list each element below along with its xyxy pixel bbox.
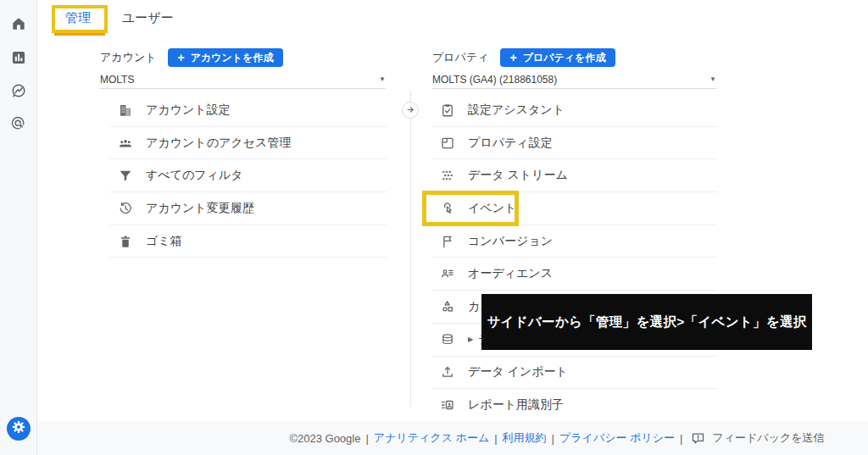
footer-link-analytics-home[interactable]: アナリティクス ホーム: [374, 430, 489, 446]
history-icon: [118, 201, 133, 216]
gear-icon: [10, 419, 27, 439]
menu-item-label: アカウントのアクセス管理: [146, 136, 291, 151]
left-nav-rail: [0, 0, 37, 455]
account-selector-value: MOLTS: [100, 74, 134, 86]
menu-item-label: コンバージョン: [468, 234, 553, 249]
database-icon: [440, 332, 455, 347]
create-account-button-label: アカウントを作成: [191, 51, 274, 65]
audience-icon: [440, 266, 455, 281]
account-label: アカウント: [100, 50, 157, 65]
footer-link-privacy[interactable]: プライバシー ポリシー: [559, 430, 675, 446]
menu-item-label: アカウント変更履歴: [146, 201, 254, 216]
plus-icon: +: [178, 51, 185, 64]
trash-icon: [118, 234, 133, 249]
menu-item-label: アカウント設定: [146, 103, 231, 118]
menu-item-label: すべてのフィルタ: [146, 168, 243, 183]
property-selector-value: MOLTS (GA4) (218861058): [432, 74, 557, 86]
menu-item-label: ゴミ箱: [146, 234, 182, 249]
footer-feedback-label[interactable]: フィードバックを送信: [712, 430, 824, 446]
menu-item-label: 設定アシスタント: [468, 103, 565, 118]
create-account-button[interactable]: + アカウントを作成: [168, 48, 284, 67]
annotation-highlight-events: [422, 191, 519, 226]
ga-admin-page: 管理 ユーザー アカウント + アカウントを作成 MOLTS ▼ プロパティ +…: [0, 0, 868, 455]
shapes-icon: [440, 299, 455, 314]
menu-item-label: データ ストリーム: [468, 168, 568, 183]
plus-icon: +: [510, 51, 517, 64]
menu-item-label: プロパティ設定: [468, 136, 553, 151]
move-property-button[interactable]: [402, 102, 419, 119]
upload-icon: [440, 364, 455, 380]
create-property-button[interactable]: + プロパティを作成: [500, 48, 616, 67]
footer: ©2023 Google | アナリティクス ホーム | 利用規約 | プライバ…: [37, 421, 868, 455]
property-header: プロパティ + プロパティを作成: [432, 47, 615, 68]
menu-item-account-access[interactable]: アカウントのアクセス管理: [110, 127, 387, 160]
menu-item-account-settings[interactable]: アカウント設定: [110, 94, 387, 127]
footer-divider: |: [494, 432, 497, 445]
property-selector[interactable]: MOLTS (GA4) (218861058) ▼: [432, 70, 716, 89]
footer-link-terms[interactable]: 利用規約: [503, 430, 547, 446]
flag-icon: [440, 234, 455, 249]
people-icon: [118, 136, 133, 151]
identity-icon: [440, 397, 455, 413]
menu-item-trash[interactable]: ゴミ箱: [110, 225, 387, 258]
copyright-text: ©2023 Google: [289, 432, 360, 445]
feedback-icon: [691, 431, 705, 446]
menu-item-property-settings[interactable]: プロパティ設定: [432, 127, 717, 160]
building-icon: [118, 103, 133, 118]
home-icon[interactable]: [10, 15, 27, 32]
advertising-icon[interactable]: [10, 115, 27, 132]
caret-right-icon: ▶: [468, 336, 473, 343]
menu-item-label: レポート用識別子: [468, 397, 564, 413]
annotation-highlight-admin-tab: [52, 5, 108, 33]
menu-item-setup-assistant[interactable]: 設定アシスタント: [432, 94, 717, 127]
explore-icon[interactable]: [10, 82, 27, 99]
menu-item-conversions[interactable]: コンバージョン: [432, 225, 717, 258]
chevron-down-icon: ▼: [379, 75, 386, 83]
property-label: プロパティ: [432, 50, 489, 65]
reports-icon[interactable]: [10, 49, 27, 66]
menu-item-reporting-identity[interactable]: レポート用識別子: [432, 389, 717, 422]
chevron-down-icon: ▼: [709, 75, 716, 83]
menu-item-data-streams[interactable]: データ ストリーム: [432, 159, 717, 192]
menu-item-account-change-history[interactable]: アカウント変更履歴: [110, 192, 387, 225]
admin-gear-button[interactable]: [7, 417, 31, 441]
footer-divider: |: [680, 432, 682, 445]
arrow-right-icon: [406, 103, 415, 118]
account-menu: アカウント設定 アカウントのアクセス管理 すべてのフィルタ アカウント変更履歴 …: [110, 94, 387, 258]
tab-user[interactable]: ユーザー: [122, 10, 174, 26]
menu-item-label: オーディエンス: [468, 266, 553, 281]
account-selector[interactable]: MOLTS ▼: [100, 70, 386, 89]
stream-icon: [440, 168, 455, 183]
account-header: アカウント + アカウントを作成: [100, 47, 283, 68]
footer-divider: |: [365, 432, 368, 445]
menu-item-audiences[interactable]: オーディエンス: [432, 258, 717, 291]
menu-item-all-filters[interactable]: すべてのフィルタ: [110, 159, 387, 192]
filter-icon: [118, 168, 133, 183]
column-divider: [410, 91, 411, 407]
menu-item-data-import[interactable]: データ インポート: [432, 357, 717, 390]
menu-item-label: データ インポート: [468, 364, 568, 380]
clipboard-check-icon: [440, 103, 455, 118]
footer-divider: |: [552, 432, 554, 445]
window-icon: [440, 136, 455, 151]
create-property-button-label: プロパティを作成: [523, 51, 606, 65]
annotation-tooltip: サイドバーから「管理」を選択>「イベント」を選択: [481, 294, 812, 350]
annotation-highlight-admin-tab-underline: [54, 33, 105, 36]
property-menu: 設定アシスタント プロパティ設定 データ ストリーム イベント コンバージョン …: [432, 94, 717, 422]
